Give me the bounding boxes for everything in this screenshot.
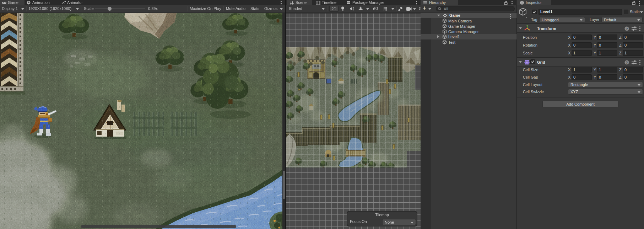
svg-text:?: ? [626,61,628,64]
svg-text:?: ? [626,27,628,31]
